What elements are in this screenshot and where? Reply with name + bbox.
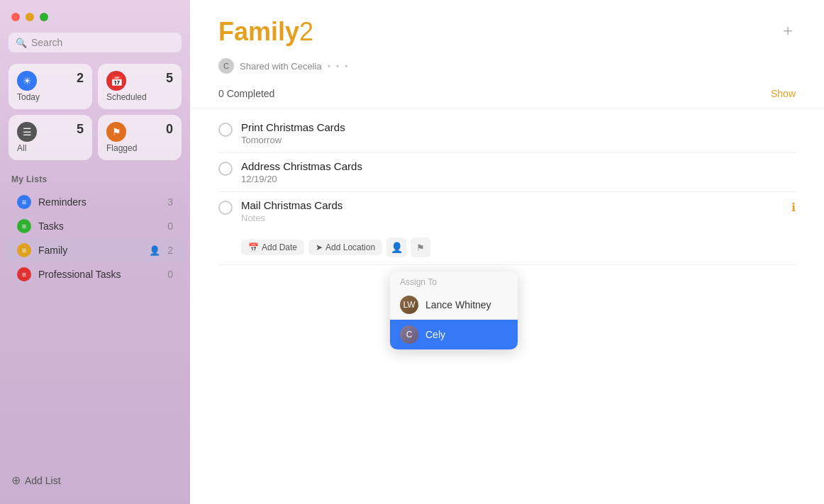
main-content: Family 2 ＋ C Shared with Cecelia • • • 0… bbox=[190, 0, 824, 504]
scheduled-icon: 📅 bbox=[106, 71, 126, 91]
task-title-address: Address Christmas Cards bbox=[241, 160, 796, 172]
shared-text: Shared with Cecelia bbox=[240, 61, 322, 72]
page-title: Family bbox=[218, 17, 299, 47]
tasks-count: 0 bbox=[167, 220, 173, 232]
list-item[interactable]: C Cely bbox=[390, 320, 518, 349]
assign-button[interactable]: 👤 bbox=[386, 237, 406, 257]
add-list-button[interactable]: ⊕ Add List bbox=[0, 468, 190, 493]
tasks-dot: ≡ bbox=[17, 219, 31, 233]
family-count: 2 bbox=[167, 245, 173, 256]
assign-dropdown: Assign To LW Lance Whitney C Cely bbox=[390, 271, 518, 349]
task-title-mail: Mail Christmas Cards bbox=[241, 199, 783, 211]
search-bar[interactable]: 🔍 Search bbox=[9, 33, 182, 52]
task-content-address: Address Christmas Cards 12/19/20 bbox=[241, 160, 796, 184]
table-row: Mail Christmas Cards Notes ℹ 📅 Add Date … bbox=[218, 192, 796, 265]
assign-dropdown-header: Assign To bbox=[390, 271, 518, 290]
table-row: Address Christmas Cards 12/19/20 bbox=[218, 153, 796, 192]
smart-list-flagged[interactable]: ⚑ 0 Flagged bbox=[98, 115, 182, 160]
scheduled-label: Scheduled bbox=[106, 92, 173, 102]
window-controls bbox=[0, 0, 190, 30]
lance-avatar: LW bbox=[400, 296, 418, 314]
calendar-icon: 📅 bbox=[248, 242, 259, 252]
all-count: 5 bbox=[77, 122, 84, 137]
add-location-button[interactable]: ➤ Add Location bbox=[308, 240, 382, 255]
show-completed-link[interactable]: Show bbox=[771, 88, 796, 99]
scheduled-count: 5 bbox=[166, 71, 173, 86]
minimize-button[interactable] bbox=[26, 13, 34, 21]
main-header: Family 2 ＋ bbox=[190, 0, 824, 58]
completed-text: 0 Completed bbox=[218, 88, 274, 99]
cely-name: Cely bbox=[425, 329, 445, 340]
add-list-label: Add List bbox=[25, 475, 61, 486]
table-row: Print Christmas Cards Tomorrow bbox=[218, 114, 796, 153]
add-date-label: Add Date bbox=[262, 242, 297, 252]
today-icon: ☀ bbox=[17, 71, 37, 91]
flagged-icon: ⚑ bbox=[106, 122, 126, 142]
task-actions: 📅 Add Date ➤ Add Location 👤 ⚑ Assign To bbox=[241, 237, 430, 257]
location-icon: ➤ bbox=[316, 242, 323, 252]
lance-name: Lance Whitney bbox=[425, 299, 491, 310]
professional-count: 0 bbox=[167, 269, 173, 280]
family-shared-icon: 👤 bbox=[149, 245, 160, 256]
task-content-print: Print Christmas Cards Tomorrow bbox=[241, 121, 796, 145]
search-placeholder: Search bbox=[31, 37, 62, 48]
add-date-button[interactable]: 📅 Add Date bbox=[241, 240, 304, 255]
family-label: Family bbox=[38, 245, 142, 256]
all-icon: ☰ bbox=[17, 122, 37, 142]
shared-options[interactable]: • • • bbox=[328, 61, 350, 72]
sidebar-item-reminders[interactable]: ≡ Reminders 3 bbox=[6, 190, 184, 214]
smart-lists: ☀ 2 Today 📅 5 Scheduled ☰ 5 All ⚑ 0 Flag bbox=[0, 64, 190, 172]
task-title-print: Print Christmas Cards bbox=[241, 121, 796, 133]
task-checkbox-mail[interactable] bbox=[218, 201, 233, 215]
maximize-button[interactable] bbox=[40, 13, 48, 21]
smart-list-all[interactable]: ☰ 5 All bbox=[9, 115, 92, 160]
family-dot: ≡ bbox=[17, 243, 31, 257]
page-title-count: 2 bbox=[299, 17, 313, 47]
sidebar-item-tasks[interactable]: ≡ Tasks 0 bbox=[6, 214, 184, 238]
my-lists-section-label: My Lists bbox=[0, 172, 190, 190]
tasks-label: Tasks bbox=[38, 220, 160, 232]
close-button[interactable] bbox=[11, 13, 20, 21]
reminders-label: Reminders bbox=[38, 196, 160, 208]
reminders-dot: ≡ bbox=[17, 195, 31, 209]
smart-list-scheduled[interactable]: 📅 5 Scheduled bbox=[98, 64, 182, 109]
today-count: 2 bbox=[77, 71, 84, 86]
task-notes-mail: Notes bbox=[241, 213, 783, 223]
completed-row: 0 Completed Show bbox=[190, 85, 824, 108]
task-content-mail: Mail Christmas Cards Notes bbox=[241, 199, 783, 223]
flag-button[interactable]: ⚑ bbox=[411, 237, 430, 257]
cely-avatar: C bbox=[400, 325, 418, 344]
task-checkbox-print[interactable] bbox=[218, 123, 233, 137]
add-list-icon: ⊕ bbox=[11, 474, 21, 487]
sidebar: 🔍 Search ☀ 2 Today 📅 5 Scheduled ☰ 5 All bbox=[0, 0, 190, 504]
flagged-count: 0 bbox=[166, 122, 173, 137]
person-icon: 👤 bbox=[391, 242, 403, 253]
task-info-icon[interactable]: ℹ bbox=[791, 201, 796, 214]
smart-list-today[interactable]: ☀ 2 Today bbox=[9, 64, 92, 109]
today-label: Today bbox=[17, 92, 84, 102]
task-subtitle-print: Tomorrow bbox=[241, 135, 796, 145]
search-icon: 🔍 bbox=[16, 38, 27, 48]
flag-icon: ⚑ bbox=[416, 242, 425, 253]
sidebar-item-family[interactable]: ≡ Family 👤 2 bbox=[6, 238, 184, 262]
task-subtitle-address: 12/19/20 bbox=[241, 174, 796, 184]
shared-row: C Shared with Cecelia • • • bbox=[190, 58, 824, 85]
all-label: All bbox=[17, 143, 84, 153]
add-location-label: Add Location bbox=[325, 242, 375, 252]
professional-label: Professional Tasks bbox=[38, 269, 160, 280]
professional-dot: ≡ bbox=[17, 267, 31, 281]
list-item[interactable]: LW Lance Whitney bbox=[390, 290, 518, 320]
sidebar-item-professional-tasks[interactable]: ≡ Professional Tasks 0 bbox=[6, 262, 184, 286]
add-task-button[interactable]: ＋ bbox=[780, 20, 796, 41]
task-checkbox-address[interactable] bbox=[218, 162, 233, 176]
reminders-count: 3 bbox=[167, 196, 173, 208]
flagged-label: Flagged bbox=[106, 143, 173, 153]
task-list: Print Christmas Cards Tomorrow Address C… bbox=[190, 108, 824, 504]
avatar: C bbox=[218, 58, 234, 74]
